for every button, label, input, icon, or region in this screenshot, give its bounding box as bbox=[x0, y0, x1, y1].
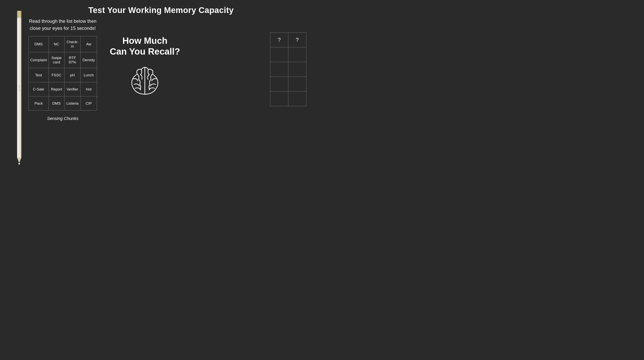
table-cell: Density bbox=[80, 52, 97, 68]
recall-row bbox=[270, 62, 306, 77]
table-cell: Verifier bbox=[64, 82, 80, 96]
table-cell: Report bbox=[48, 82, 64, 96]
recall-row bbox=[270, 77, 306, 91]
recall-cell: ? bbox=[288, 33, 306, 47]
instruction-text: Read through the list below thenclose yo… bbox=[28, 18, 97, 32]
table-row: Complaint Swipe card RTF 87% Density bbox=[28, 52, 97, 68]
recall-row: ? ? bbox=[270, 33, 306, 47]
memory-table: DMS NC Check-in Aw Complaint Swipe card … bbox=[28, 36, 97, 110]
center-section: How Much Can You Recall? bbox=[110, 35, 180, 101]
recall-cell bbox=[288, 91, 306, 106]
recall-cell bbox=[288, 62, 306, 77]
table-cell: Pack bbox=[28, 96, 49, 110]
recall-cell: ? bbox=[270, 33, 288, 47]
table-cell: Swipe card bbox=[48, 52, 64, 68]
sensing-chunks-label: Sensing Chunks bbox=[28, 116, 97, 121]
table-cell: Test bbox=[28, 68, 49, 82]
table-cell: Listeria bbox=[64, 96, 80, 110]
table-cell: Aw bbox=[80, 36, 97, 52]
recall-cell bbox=[270, 91, 288, 106]
brain-icon bbox=[125, 65, 164, 100]
recall-cell bbox=[270, 47, 288, 62]
table-cell: Lunch bbox=[80, 68, 97, 82]
table-cell: Check-in bbox=[64, 36, 80, 52]
table-cell: RTF 87% bbox=[64, 52, 80, 68]
table-row: Test FSSC pH Lunch bbox=[28, 68, 97, 82]
table-cell: Complaint bbox=[28, 52, 49, 68]
recall-cell bbox=[288, 77, 306, 91]
recall-row bbox=[270, 47, 306, 62]
right-recall-section: ? ? bbox=[270, 32, 306, 106]
recall-grid: ? ? bbox=[270, 32, 306, 106]
pencil-decoration: WHITE bbox=[13, 11, 25, 164]
recall-heading: How Much Can You Recall? bbox=[110, 35, 180, 57]
recall-cell bbox=[288, 47, 306, 62]
table-cell: CIP bbox=[80, 96, 97, 110]
table-row: DMS NC Check-in Aw bbox=[28, 36, 97, 52]
table-row: Pack DMS Listeria CIP bbox=[28, 96, 97, 110]
table-cell: FSSC bbox=[48, 68, 64, 82]
recall-row bbox=[270, 91, 306, 106]
left-section: Read through the list below thenclose yo… bbox=[28, 18, 97, 121]
table-cell: NC bbox=[48, 36, 64, 52]
recall-cell bbox=[270, 77, 288, 91]
table-row: C-Saki Report Verifier Hot bbox=[28, 82, 97, 96]
table-cell: pH bbox=[64, 68, 80, 82]
table-cell: DMS bbox=[48, 96, 64, 110]
table-cell: Hot bbox=[80, 82, 97, 96]
recall-cell bbox=[270, 62, 288, 77]
table-cell: C-Saki bbox=[28, 82, 49, 96]
page-title: Test Your Working Memory Capacity bbox=[0, 0, 322, 15]
table-cell: DMS bbox=[28, 36, 49, 52]
